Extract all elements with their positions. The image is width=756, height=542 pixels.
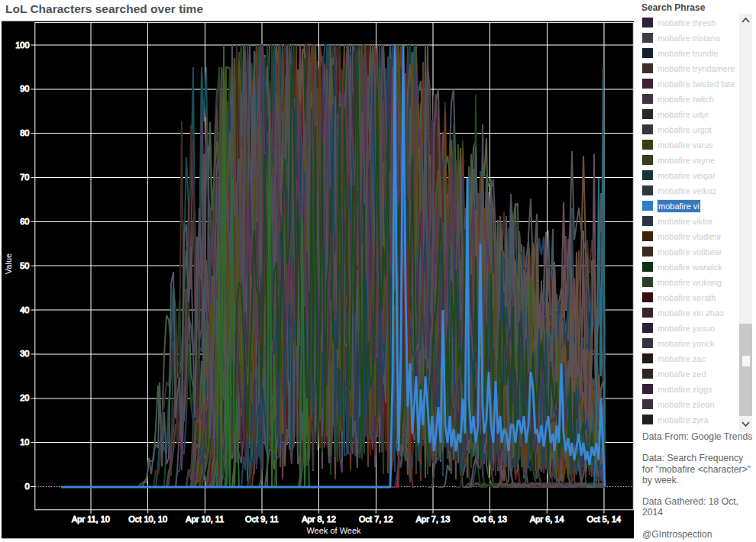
- svg-text:Apr 6, 14: Apr 6, 14: [530, 515, 564, 524]
- svg-text:Apr 11, 10: Apr 11, 10: [72, 515, 110, 524]
- svg-text:Oct 9, 11: Oct 9, 11: [245, 515, 279, 524]
- svg-text:80: 80: [20, 128, 29, 137]
- svg-text:0: 0: [24, 482, 29, 491]
- svg-text:70: 70: [20, 173, 29, 182]
- svg-text:30: 30: [20, 349, 29, 358]
- svg-text:Apr 7, 13: Apr 7, 13: [416, 515, 451, 524]
- svg-text:Apr 10, 11: Apr 10, 11: [186, 515, 224, 524]
- svg-text:Week of Week: Week of Week: [306, 526, 361, 535]
- svg-text:100: 100: [15, 40, 29, 50]
- svg-text:Apr 8, 12: Apr 8, 12: [302, 515, 336, 524]
- svg-text:Oct 6, 13: Oct 6, 13: [473, 515, 507, 524]
- svg-text:20: 20: [20, 393, 29, 402]
- svg-text:10: 10: [20, 437, 29, 447]
- svg-text:Oct 10, 10: Oct 10, 10: [128, 515, 167, 524]
- svg-text:40: 40: [20, 305, 29, 315]
- svg-text:60: 60: [20, 217, 29, 226]
- svg-text:Value: Value: [4, 253, 13, 274]
- svg-text:50: 50: [20, 261, 29, 270]
- svg-text:Oct 5, 14: Oct 5, 14: [587, 515, 622, 524]
- svg-text:90: 90: [20, 84, 29, 93]
- svg-text:Oct 7, 12: Oct 7, 12: [359, 515, 393, 524]
